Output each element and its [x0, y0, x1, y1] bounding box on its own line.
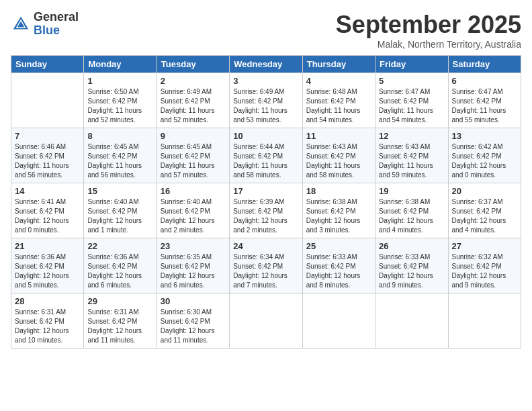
day-number: 26	[379, 241, 444, 251]
week-row-3: 14Sunrise: 6:41 AM Sunset: 6:42 PM Dayli…	[11, 183, 521, 238]
day-info: Sunrise: 6:44 AM Sunset: 6:42 PM Dayligh…	[233, 142, 298, 180]
day-number: 30	[161, 296, 226, 306]
col-header-monday: Monday	[84, 56, 157, 73]
day-cell: 28Sunrise: 6:31 AM Sunset: 6:42 PM Dayli…	[11, 293, 84, 349]
day-number: 5	[379, 76, 444, 86]
day-cell	[11, 73, 84, 128]
day-number: 16	[161, 186, 226, 196]
day-info: Sunrise: 6:45 AM Sunset: 6:42 PM Dayligh…	[161, 142, 226, 180]
day-number: 18	[306, 186, 371, 196]
col-header-sunday: Sunday	[11, 56, 84, 73]
day-info: Sunrise: 6:50 AM Sunset: 6:42 PM Dayligh…	[87, 87, 152, 125]
day-number: 21	[15, 241, 80, 251]
day-info: Sunrise: 6:43 AM Sunset: 6:42 PM Dayligh…	[379, 142, 444, 180]
day-number: 13	[452, 131, 517, 141]
col-header-wednesday: Wednesday	[230, 56, 302, 73]
page-header: General Blue September 2025 Malak, North…	[11, 11, 521, 50]
day-number: 15	[87, 186, 152, 196]
day-cell	[302, 293, 375, 349]
day-number: 19	[379, 186, 444, 196]
day-number: 4	[306, 76, 371, 86]
day-cell: 12Sunrise: 6:43 AM Sunset: 6:42 PM Dayli…	[375, 128, 448, 183]
day-info: Sunrise: 6:32 AM Sunset: 6:42 PM Dayligh…	[452, 253, 517, 290]
day-number: 17	[233, 186, 298, 196]
day-number: 23	[161, 241, 226, 251]
location-title: Malak, Northern Territory, Australia	[336, 39, 521, 50]
day-number: 10	[233, 131, 298, 141]
day-number: 8	[87, 131, 152, 141]
day-cell: 7Sunrise: 6:46 AM Sunset: 6:42 PM Daylig…	[11, 128, 84, 183]
day-info: Sunrise: 6:43 AM Sunset: 6:42 PM Dayligh…	[306, 142, 371, 180]
day-cell	[448, 293, 521, 349]
day-info: Sunrise: 6:38 AM Sunset: 6:42 PM Dayligh…	[379, 197, 444, 235]
day-info: Sunrise: 6:36 AM Sunset: 6:42 PM Dayligh…	[15, 253, 80, 290]
col-header-friday: Friday	[375, 56, 448, 73]
day-cell: 22Sunrise: 6:36 AM Sunset: 6:42 PM Dayli…	[84, 238, 157, 293]
month-title: September 2025	[336, 11, 521, 39]
day-cell: 24Sunrise: 6:34 AM Sunset: 6:42 PM Dayli…	[230, 238, 302, 293]
day-number: 12	[379, 131, 444, 141]
day-number: 22	[87, 241, 152, 251]
day-cell: 8Sunrise: 6:45 AM Sunset: 6:42 PM Daylig…	[84, 128, 157, 183]
day-number: 1	[87, 76, 152, 86]
week-row-5: 28Sunrise: 6:31 AM Sunset: 6:42 PM Dayli…	[11, 293, 521, 349]
day-info: Sunrise: 6:49 AM Sunset: 6:42 PM Dayligh…	[233, 87, 298, 125]
day-info: Sunrise: 6:41 AM Sunset: 6:42 PM Dayligh…	[15, 197, 80, 235]
day-cell: 15Sunrise: 6:40 AM Sunset: 6:42 PM Dayli…	[84, 183, 157, 238]
day-info: Sunrise: 6:40 AM Sunset: 6:42 PM Dayligh…	[161, 197, 226, 235]
day-info: Sunrise: 6:46 AM Sunset: 6:42 PM Dayligh…	[15, 142, 80, 180]
col-header-thursday: Thursday	[302, 56, 375, 73]
day-number: 2	[161, 76, 226, 86]
day-info: Sunrise: 6:30 AM Sunset: 6:42 PM Dayligh…	[161, 308, 226, 345]
day-cell: 6Sunrise: 6:47 AM Sunset: 6:42 PM Daylig…	[448, 73, 521, 128]
day-info: Sunrise: 6:49 AM Sunset: 6:42 PM Dayligh…	[161, 87, 226, 125]
day-cell: 23Sunrise: 6:35 AM Sunset: 6:42 PM Dayli…	[157, 238, 229, 293]
day-cell: 27Sunrise: 6:32 AM Sunset: 6:42 PM Dayli…	[448, 238, 521, 293]
day-number: 28	[15, 296, 80, 306]
day-info: Sunrise: 6:38 AM Sunset: 6:42 PM Dayligh…	[306, 197, 371, 235]
col-header-saturday: Saturday	[448, 56, 521, 73]
calendar-table: SundayMondayTuesdayWednesdayThursdayFrid…	[11, 55, 521, 349]
day-info: Sunrise: 6:47 AM Sunset: 6:42 PM Dayligh…	[379, 87, 444, 125]
day-number: 7	[15, 131, 80, 141]
col-header-tuesday: Tuesday	[157, 56, 229, 73]
logo: General Blue	[11, 11, 79, 38]
day-cell: 16Sunrise: 6:40 AM Sunset: 6:42 PM Dayli…	[157, 183, 229, 238]
day-cell: 19Sunrise: 6:38 AM Sunset: 6:42 PM Dayli…	[375, 183, 448, 238]
day-number: 9	[161, 131, 226, 141]
day-number: 24	[233, 241, 298, 251]
day-cell: 20Sunrise: 6:37 AM Sunset: 6:42 PM Dayli…	[448, 183, 521, 238]
week-row-1: 1Sunrise: 6:50 AM Sunset: 6:42 PM Daylig…	[11, 73, 521, 128]
day-info: Sunrise: 6:39 AM Sunset: 6:42 PM Dayligh…	[233, 197, 298, 235]
day-info: Sunrise: 6:35 AM Sunset: 6:42 PM Dayligh…	[161, 253, 226, 290]
day-info: Sunrise: 6:40 AM Sunset: 6:42 PM Dayligh…	[87, 197, 152, 235]
day-info: Sunrise: 6:31 AM Sunset: 6:42 PM Dayligh…	[15, 308, 80, 345]
day-cell: 11Sunrise: 6:43 AM Sunset: 6:42 PM Dayli…	[302, 128, 375, 183]
day-info: Sunrise: 6:42 AM Sunset: 6:42 PM Dayligh…	[452, 142, 517, 180]
logo-blue: Blue	[34, 24, 79, 38]
day-number: 3	[233, 76, 298, 86]
title-block: September 2025 Malak, Northern Territory…	[336, 11, 521, 50]
day-info: Sunrise: 6:37 AM Sunset: 6:42 PM Dayligh…	[452, 197, 517, 235]
day-cell: 29Sunrise: 6:31 AM Sunset: 6:42 PM Dayli…	[84, 293, 157, 349]
day-info: Sunrise: 6:33 AM Sunset: 6:42 PM Dayligh…	[379, 253, 444, 290]
day-cell: 17Sunrise: 6:39 AM Sunset: 6:42 PM Dayli…	[230, 183, 302, 238]
day-cell	[375, 293, 448, 349]
day-info: Sunrise: 6:33 AM Sunset: 6:42 PM Dayligh…	[306, 253, 371, 290]
logo-general: General	[34, 11, 79, 24]
day-number: 29	[87, 296, 152, 306]
logo-icon	[11, 14, 31, 34]
day-info: Sunrise: 6:36 AM Sunset: 6:42 PM Dayligh…	[87, 253, 152, 290]
day-info: Sunrise: 6:31 AM Sunset: 6:42 PM Dayligh…	[87, 308, 152, 345]
day-number: 20	[452, 186, 517, 196]
day-cell: 13Sunrise: 6:42 AM Sunset: 6:42 PM Dayli…	[448, 128, 521, 183]
week-row-2: 7Sunrise: 6:46 AM Sunset: 6:42 PM Daylig…	[11, 128, 521, 183]
day-info: Sunrise: 6:47 AM Sunset: 6:42 PM Dayligh…	[452, 87, 517, 125]
day-info: Sunrise: 6:45 AM Sunset: 6:42 PM Dayligh…	[87, 142, 152, 180]
day-number: 11	[306, 131, 371, 141]
day-cell: 25Sunrise: 6:33 AM Sunset: 6:42 PM Dayli…	[302, 238, 375, 293]
day-cell: 2Sunrise: 6:49 AM Sunset: 6:42 PM Daylig…	[157, 73, 229, 128]
day-cell: 3Sunrise: 6:49 AM Sunset: 6:42 PM Daylig…	[230, 73, 302, 128]
day-cell: 30Sunrise: 6:30 AM Sunset: 6:42 PM Dayli…	[157, 293, 229, 349]
logo-text: General Blue	[34, 11, 79, 38]
